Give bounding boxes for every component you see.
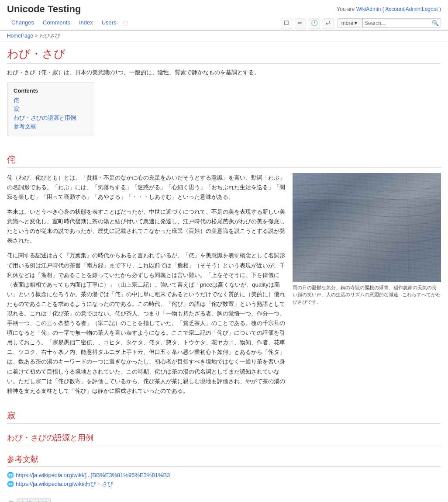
account-link[interactable]: Account <box>385 6 404 12</box>
contents-title: Contents <box>14 87 88 94</box>
admin-link[interactable]: Admin <box>406 6 420 12</box>
ref-url-1[interactable]: https://ja.wikipedia.org/wiki/わび・さび <box>16 480 113 488</box>
header-top: Unicode Testing You are WikiAdmin ( Acco… <box>7 3 441 15</box>
tab-users[interactable]: Users <box>97 17 121 28</box>
more-button[interactable]: more▼ <box>338 18 362 28</box>
image-caption: 雨の日の憂鬱な気分、銅の寺院の屋根の緑青、稲作農家の天気の良い顔の笑い声、人の生… <box>293 284 441 306</box>
tab-index[interactable]: Index <box>75 17 97 28</box>
section-wabi-heading: 侘 <box>7 154 441 168</box>
wabi-text-3: 侘に関する記述は古く『万葉集』の時代からあると言われているが、「侘」を美意識を表… <box>7 251 286 395</box>
site-title: Unicode Testing <box>7 3 81 15</box>
section-etymology-heading: わび・さびの語源と用例 <box>7 433 441 445</box>
history-icon[interactable]: 🕐 <box>309 18 320 28</box>
tab-comments[interactable]: Comments <box>38 17 75 28</box>
section-etymology: わび・さびの語源と用例 <box>7 433 441 445</box>
separator-icon: □ <box>124 19 128 27</box>
header: Unicode Testing You are WikiAdmin ( Acco… <box>0 0 448 31</box>
search-box: 🔍 <box>362 18 441 28</box>
search-input[interactable] <box>365 20 432 26</box>
wabi-image <box>293 173 441 282</box>
search-icon[interactable]: 🔍 <box>432 20 439 26</box>
breadcrumb-current: わびさび <box>39 33 60 39</box>
globe-icon-0: 🌐 <box>7 472 14 478</box>
breadcrumb: HomePage > わびさび <box>0 31 448 42</box>
wabi-image-container: 雨の日の憂鬱な気分、銅の寺院の屋根の緑青、稲作農家の天気の良い顔の笑い声、人の生… <box>293 173 441 306</box>
contents-link-1[interactable]: 寂 <box>14 106 19 112</box>
svg-rect-2 <box>293 173 441 199</box>
tag-icon: 🏷 <box>7 500 13 502</box>
contents-item-2: わび・さびの語源と用例 <box>14 114 88 122</box>
ref-url-0[interactable]: https://ja.wikipedia.org/wiki/[...]BB%E3… <box>16 472 170 478</box>
contents-link-0[interactable]: 侘 <box>14 97 19 104</box>
user-label: You are <box>337 6 355 12</box>
wabi-text-1: 侘（わび、侘びとも）とは、「貧粗・不足のなかに心の充足をみいだそうとする意識」を… <box>7 173 286 202</box>
section-references-heading: 参考文献 <box>7 454 441 467</box>
ref-link-1: 🌐 https://ja.wikipedia.org/wiki/わび・さび <box>7 480 441 488</box>
wabi-image-svg <box>293 173 441 282</box>
intro-text: わび・さび（侘・寂）は、日本の美意識の1つ。一般的に、陰性、質素で静かなものを基… <box>7 68 441 77</box>
contents-item-1: 寂 <box>14 105 88 113</box>
user-name-link[interactable]: WikiAdmin <box>356 6 381 12</box>
breadcrumb-home[interactable]: HomePage <box>7 33 33 39</box>
tag-badge-0[interactable]: わび・さび <box>17 499 51 502</box>
globe-icon-1: 🌐 <box>7 481 14 487</box>
svg-rect-0 <box>293 173 441 282</box>
section-sabi-heading: 寂 <box>7 410 441 424</box>
toolbar-icons: ☐ ✏ 🕐 ⇄ <box>281 18 334 28</box>
page-view-icon[interactable]: ☐ <box>281 18 292 28</box>
ref-link-0: 🌐 https://ja.wikipedia.org/wiki/[...]BB%… <box>7 472 441 478</box>
main-content: わび・さび わび・さび（侘・寂）は、日本の美意識の1つ。一般的に、陰性、質素で静… <box>0 42 448 502</box>
contents-item-3: 参考文献 <box>14 123 88 131</box>
user-info: You are WikiAdmin ( Account|Admin|Logout… <box>337 6 441 12</box>
contents-item-0: 侘 <box>14 97 88 104</box>
contents-box: Contents 侘 寂 わび・さびの語源と用例 参考文献 <box>7 83 94 136</box>
section-references: 参考文献 🌐 https://ja.wikipedia.org/wiki/[..… <box>7 454 441 488</box>
section-sabi: 寂 <box>7 410 441 424</box>
logout-link[interactable]: Logout <box>422 6 438 12</box>
contents-link-2[interactable]: わび・さびの語源と用例 <box>14 114 76 121</box>
svg-rect-1 <box>293 173 441 282</box>
wabi-content: 雨の日の憂鬱な気分、銅の寺院の屋根の緑青、稲作農家の天気の良い顔の笑い声、人の生… <box>7 173 441 401</box>
toolbar: Changes Comments Index Users □ ☐ ✏ 🕐 ⇄ m… <box>7 17 441 30</box>
breadcrumb-separator: > <box>33 33 39 39</box>
tab-changes[interactable]: Changes <box>7 17 38 28</box>
wabi-text-2: 本来は、いとうべき心身の状態を表すことばだったが、中世に近づくにつれて、不足の美… <box>7 207 286 246</box>
contents-list: 侘 寂 わび・さびの語源と用例 参考文献 <box>14 97 88 131</box>
sync-icon[interactable]: ⇄ <box>323 18 334 28</box>
section-wabi: 侘 <box>7 154 441 401</box>
contents-link-3[interactable]: 参考文献 <box>14 123 36 130</box>
tags-row: 🏷 わび・さび <box>7 495 441 502</box>
edit-icon[interactable]: ✏ <box>295 18 306 28</box>
page-title: わび・さび <box>7 46 441 64</box>
